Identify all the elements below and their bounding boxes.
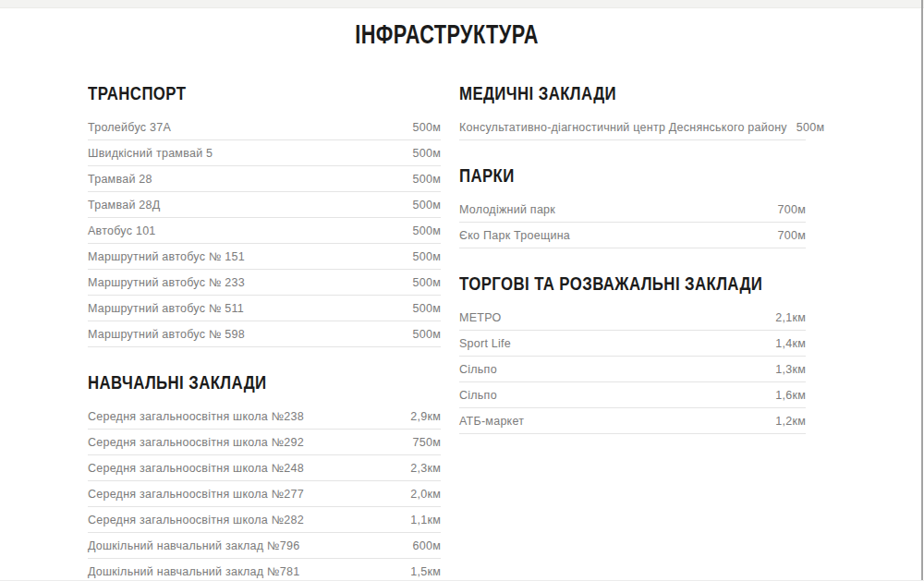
row-distance: 2,0км bbox=[410, 481, 441, 507]
row-distance: 500м bbox=[796, 115, 824, 140]
info-row: Єко Парк Троещина700м bbox=[459, 223, 806, 248]
row-label: Тролейбус 37А bbox=[88, 115, 171, 140]
row-distance: 750м bbox=[413, 430, 441, 455]
info-section: МЕДИЧНІ ЗАКЛАДИКонсультативно-діагностич… bbox=[459, 83, 806, 140]
info-row: Автобус 101500м bbox=[88, 218, 441, 244]
row-label: Сільпо bbox=[459, 357, 497, 382]
row-distance: 1,2км bbox=[775, 408, 806, 434]
row-distance: 600м bbox=[413, 533, 441, 559]
row-distance: 1,4км bbox=[775, 331, 806, 357]
row-label: Sport Life bbox=[459, 331, 511, 357]
info-row: Середня загальноосвітня школа №2821,1км bbox=[88, 507, 441, 533]
row-label: Середня загальноосвітня школа №282 bbox=[88, 507, 304, 533]
info-row: Тролейбус 37А500м bbox=[88, 115, 441, 140]
row-distance: 2,1км bbox=[775, 305, 806, 331]
info-row: Консультативно-діагностичний центр Десня… bbox=[459, 115, 806, 140]
info-row: Дошкільний навчальний заклад №7811,5км bbox=[88, 559, 441, 581]
row-distance: 2,3км bbox=[410, 455, 441, 481]
info-section: ПАРКИМолодіжний парк700мЄко Парк Троещин… bbox=[459, 165, 806, 248]
row-distance: 2,9км bbox=[410, 404, 441, 430]
section-heading: ТРАНСПОРТ bbox=[88, 83, 371, 103]
info-row: Трамвай 28500м bbox=[88, 166, 441, 192]
row-distance: 1,3км bbox=[775, 357, 806, 382]
info-row: Сільпо1,6км bbox=[459, 382, 806, 408]
info-row: Молодіжний парк700м bbox=[459, 197, 806, 223]
info-section: ТОРГОВІ ТА РОЗВАЖАЛЬНІ ЗАКЛАДИМЕТРО2,1км… bbox=[459, 273, 806, 434]
row-label: Середня загальноосвітня школа №248 bbox=[88, 455, 304, 481]
row-distance: 700м bbox=[778, 223, 806, 248]
row-label: Трамвай 28 bbox=[88, 166, 152, 192]
row-distance: 500м bbox=[413, 244, 441, 270]
row-label: Середня загальноосвітня школа №238 bbox=[88, 404, 304, 430]
info-row: Дошкільний навчальний заклад №796600м bbox=[88, 533, 441, 559]
info-row: Середня загальноосвітня школа №2382,9км bbox=[88, 404, 441, 430]
info-row: АТБ-маркет1,2км bbox=[459, 408, 806, 434]
row-label: Автобус 101 bbox=[88, 218, 156, 244]
row-label: Молодіжний парк bbox=[459, 197, 555, 223]
row-label: Маршрутний автобус № 598 bbox=[88, 321, 245, 347]
row-label: Середня загальноосвітня школа №292 bbox=[88, 430, 304, 455]
row-distance: 1,1км bbox=[410, 507, 441, 533]
info-row: Середня загальноосвітня школа №292750м bbox=[88, 430, 441, 455]
row-label: Консультативно-діагностичний центр Десня… bbox=[459, 115, 787, 140]
info-row: Швидкісний трамвай 5500м bbox=[88, 140, 441, 166]
info-row: Середня загальноосвітня школа №2482,3км bbox=[88, 455, 441, 481]
section-rows: Консультативно-діагностичний центр Десня… bbox=[459, 115, 806, 140]
info-row: Середня загальноосвітня школа №2772,0км bbox=[88, 481, 441, 507]
column-left: ТРАНСПОРТТролейбус 37А500мШвидкісний тра… bbox=[88, 83, 441, 581]
row-distance: 1,6км bbox=[775, 382, 806, 408]
section-rows: Тролейбус 37А500мШвидкісний трамвай 5500… bbox=[88, 115, 441, 347]
info-section: НАВЧАЛЬНІ ЗАКЛАДИСередня загальноосвітня… bbox=[88, 372, 441, 581]
info-row: Маршрутний автобус № 151500м bbox=[88, 244, 441, 270]
section-heading: ПАРКИ bbox=[459, 165, 736, 186]
section-heading: НАВЧАЛЬНІ ЗАКЛАДИ bbox=[88, 372, 371, 393]
info-row: Маршрутний автобус № 598500м bbox=[88, 321, 441, 347]
info-row: МЕТРО2,1км bbox=[459, 305, 806, 331]
row-distance: 500м bbox=[413, 270, 441, 296]
section-heading: ТОРГОВІ ТА РОЗВАЖАЛЬНІ ЗАКЛАДИ bbox=[459, 273, 736, 294]
info-row: Sport Life1,4км bbox=[459, 331, 806, 357]
section-rows: МЕТРО2,1кмSport Life1,4кмСільпо1,3кмСіль… bbox=[459, 305, 806, 434]
row-distance: 500м bbox=[413, 140, 441, 166]
row-label: Маршрутний автобус № 511 bbox=[88, 296, 244, 321]
info-row: Маршрутний автобус № 511500м bbox=[88, 296, 441, 321]
row-label: АТБ-маркет bbox=[459, 408, 524, 434]
infrastructure-page: ІНФРАСТРУКТУРА ТРАНСПОРТТролейбус 37А500… bbox=[88, 9, 806, 581]
row-label: Маршрутний автобус № 233 bbox=[88, 270, 245, 296]
section-rows: Молодіжний парк700мЄко Парк Троещина700м bbox=[459, 197, 806, 248]
window-right-edge bbox=[921, 0, 923, 581]
row-label: Дошкільний навчальний заклад №781 bbox=[88, 559, 299, 581]
info-row: Сільпо1,3км bbox=[459, 357, 806, 382]
info-row: Трамвай 28Д500м bbox=[88, 192, 441, 218]
columns-wrapper: ТРАНСПОРТТролейбус 37А500мШвидкісний тра… bbox=[88, 83, 806, 581]
page-title: ІНФРАСТРУКТУРА bbox=[177, 18, 716, 50]
row-label: Сільпо bbox=[459, 382, 497, 408]
row-distance: 700м bbox=[778, 197, 806, 223]
top-band bbox=[0, 0, 924, 8]
row-distance: 500м bbox=[413, 321, 441, 347]
column-right: МЕДИЧНІ ЗАКЛАДИКонсультативно-діагностич… bbox=[459, 83, 806, 581]
section-rows: Середня загальноосвітня школа №2382,9кмС… bbox=[88, 404, 441, 581]
row-label: МЕТРО bbox=[459, 305, 501, 331]
info-section: ТРАНСПОРТТролейбус 37А500мШвидкісний тра… bbox=[88, 83, 441, 347]
row-distance: 500м bbox=[413, 296, 441, 321]
row-label: Єко Парк Троещина bbox=[459, 223, 570, 248]
row-distance: 500м bbox=[413, 115, 441, 140]
row-distance: 500м bbox=[413, 166, 441, 192]
row-label: Середня загальноосвітня школа №277 bbox=[88, 481, 304, 507]
row-distance: 500м bbox=[413, 192, 441, 218]
row-distance: 500м bbox=[413, 218, 441, 244]
row-label: Трамвай 28Д bbox=[88, 192, 160, 218]
info-row: Маршрутний автобус № 233500м bbox=[88, 270, 441, 296]
row-distance: 1,5км bbox=[410, 559, 441, 581]
row-label: Маршрутний автобус № 151 bbox=[88, 244, 245, 270]
section-heading: МЕДИЧНІ ЗАКЛАДИ bbox=[459, 83, 736, 103]
row-label: Дошкільний навчальний заклад №796 bbox=[88, 533, 299, 559]
row-label: Швидкісний трамвай 5 bbox=[88, 140, 213, 166]
